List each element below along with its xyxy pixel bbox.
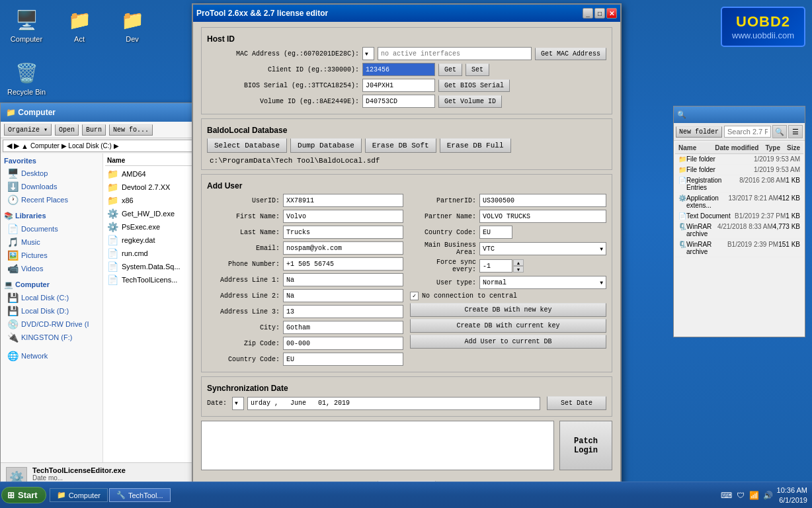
file-amd64[interactable]: 📁 AMD64: [105, 167, 192, 181]
search-row-3[interactable]: 📄Registration Entries8/2016 2:08 AM1 KB: [675, 175, 803, 193]
date-input[interactable]: [247, 397, 540, 410]
search-submit-icon[interactable]: 🔍: [772, 125, 787, 138]
addr1-input[interactable]: [283, 273, 403, 286]
search-row-6[interactable]: 🗜️WinRAR archive4/21/2018 8:33 AM4,773 K…: [675, 222, 803, 239]
desktop-icon-computer[interactable]: 🖥️ Computer: [7, 7, 46, 43]
dump-database-button[interactable]: Dump Database: [290, 138, 362, 153]
get-volume-button[interactable]: Get Volume ID: [438, 95, 502, 108]
create-current-key-button[interactable]: Create DB with current key: [410, 319, 606, 333]
sidebar-item-downloads[interactable]: ⬇️ Downloads: [4, 180, 99, 193]
sidebar-item-local-d[interactable]: 💾 Local Disk (D:): [4, 304, 99, 318]
sidebar-item-local-c[interactable]: 💾 Local Disk (C:): [4, 291, 99, 304]
taskbar-item-techtool[interactable]: 🔧 TechTool...: [109, 488, 171, 502]
firstname-label: First Name:: [207, 213, 280, 220]
search-row-4[interactable]: ⚙️Application extens...13/2017 8:21 AM41…: [675, 193, 803, 211]
sidebar-item-recent[interactable]: 🕐 Recent Places: [4, 193, 99, 206]
country-input[interactable]: [283, 353, 403, 366]
sidebar-item-kingston[interactable]: 🔌 KINGSTON (F:): [4, 331, 99, 344]
set-date-button[interactable]: Set Date: [547, 396, 606, 410]
get-bios-button[interactable]: Get BIOS Serial: [438, 79, 510, 92]
countrycode-right-label: Country Code:: [410, 229, 476, 236]
partnername-input[interactable]: [479, 210, 606, 223]
forcesync-up-icon[interactable]: ▲: [513, 259, 524, 266]
sidebar-item-pictures[interactable]: 🖼️ Pictures: [4, 249, 99, 262]
countrycode-right-input[interactable]: [479, 226, 512, 239]
close-button[interactable]: ✕: [606, 8, 617, 19]
file-runcmd[interactable]: 📄 run.cmd: [105, 247, 192, 260]
addr1-row: Address Line 1:: [207, 273, 403, 286]
addr2-input[interactable]: [283, 289, 403, 302]
desktop-icon-dev[interactable]: 📁 Dev: [112, 7, 152, 43]
search-row-7[interactable]: 🗜️WinRAR archiveB1/2019 2:39 PM151 KB: [675, 239, 803, 257]
sidebar-item-videos[interactable]: 📹 Videos: [4, 262, 99, 275]
organize-button[interactable]: Organize ▾: [4, 124, 52, 136]
sidebar-item-music[interactable]: 🎵 Music: [4, 235, 99, 249]
sidebar-item-network[interactable]: 🌐 Network: [4, 349, 99, 362]
search-row-5[interactable]: 📄Text DocumentB1/2019 2:37 PM1 KB: [675, 211, 803, 222]
addr3-input[interactable]: [283, 305, 403, 318]
burn-button[interactable]: Burn: [82, 124, 106, 136]
city-input[interactable]: [283, 321, 403, 334]
firstname-row: First Name:: [207, 210, 403, 223]
date-dropdown[interactable]: ▼: [232, 397, 244, 410]
open-button[interactable]: Open: [55, 124, 79, 136]
erase-soft-button[interactable]: Erase DB Soft: [365, 138, 436, 153]
desktop-icon-act[interactable]: 📁 Act: [60, 7, 99, 43]
patch-login-button[interactable]: PatchLogin: [559, 421, 612, 470]
recycle-bin-icon[interactable]: 🗑️ Recycle Bin: [7, 60, 46, 96]
add-user-button[interactable]: Add User to current DB: [410, 335, 606, 349]
search-row-1[interactable]: 📁File folder1/2019 9:53 AM: [675, 154, 803, 165]
partnerid-input[interactable]: [479, 194, 606, 207]
forcesync-down-icon[interactable]: ▼: [513, 266, 524, 273]
firstname-input[interactable]: [283, 210, 403, 223]
get-client-button[interactable]: Get: [438, 64, 462, 76]
set-client-button[interactable]: Set: [466, 64, 489, 76]
client-input[interactable]: [362, 63, 435, 76]
sync-label: Synchronization Date: [207, 384, 606, 393]
select-database-button[interactable]: Select Database: [207, 138, 287, 153]
file-x86[interactable]: 📁 x86: [105, 194, 192, 207]
sidebar-item-desktop[interactable]: 🖥️ Desktop: [4, 167, 99, 180]
lastname-label: Last Name:: [207, 229, 280, 236]
mainbiz-dropdown[interactable]: VTC ▼: [479, 242, 606, 255]
address-path[interactable]: Computer ▶ Local Disk (C:) ▶: [30, 142, 188, 149]
file-systemdata[interactable]: 📄 System.Data.Sq...: [105, 260, 192, 273]
file-psexec[interactable]: ⚙️ PsExec.exe: [105, 220, 192, 233]
phone-label: Phone Number:: [207, 261, 280, 268]
no-connection-row: ✓ No connection to central: [410, 292, 606, 300]
phone-input[interactable]: [283, 257, 403, 271]
mac-input[interactable]: [378, 47, 532, 60]
search-view-icon[interactable]: ☰: [788, 125, 803, 138]
search-row-2[interactable]: 📁File folder1/2019 9:53 AM: [675, 165, 803, 175]
userid-label: UserID:: [207, 197, 280, 204]
forcesync-input[interactable]: [479, 259, 512, 273]
mac-row: MAC Address (eg.:6070201DE28C): ▼ Get MA…: [207, 47, 606, 60]
search-input[interactable]: [724, 126, 771, 138]
file-techtool[interactable]: 📄 TechToolLicens...: [105, 273, 192, 286]
zip-input[interactable]: [283, 337, 403, 350]
database-section: BaldoLocal Database Select Database Dump…: [201, 118, 612, 170]
sidebar-item-dvd[interactable]: 💿 DVD/CD-RW Drive (I: [4, 318, 99, 331]
bios-input[interactable]: [362, 79, 435, 92]
sidebar-item-documents[interactable]: 📄 Documents: [4, 222, 99, 235]
file-devtool[interactable]: 📁 Devtool 2.7.XX: [105, 181, 192, 194]
start-button[interactable]: ⊞ Start: [1, 487, 46, 503]
erase-full-button[interactable]: Erase DB Full: [440, 138, 511, 153]
get-mac-button[interactable]: Get MAC Address: [535, 48, 606, 60]
taskbar-item-computer[interactable]: 📁 Computer: [50, 488, 108, 502]
no-connection-checkbox[interactable]: ✓: [410, 292, 419, 300]
mac-dropdown[interactable]: ▼: [362, 47, 374, 60]
userid-input[interactable]: [283, 194, 403, 207]
maximize-button[interactable]: □: [594, 8, 605, 19]
create-new-key-button[interactable]: Create DB with new key: [410, 303, 606, 317]
email-input[interactable]: [283, 241, 403, 255]
new-folder-search-btn[interactable]: New folder: [676, 126, 722, 138]
search-title: 🔍: [677, 110, 686, 119]
new-folder-button[interactable]: New fo...: [109, 124, 153, 136]
volume-input[interactable]: [362, 95, 435, 108]
file-regkey[interactable]: 📄 regkey.dat: [105, 233, 192, 247]
usertype-dropdown[interactable]: Normal ▼: [479, 276, 606, 289]
file-gethwid[interactable]: ⚙️ Get_HW_ID.exe: [105, 207, 192, 220]
minimize-button[interactable]: _: [583, 8, 593, 19]
lastname-input[interactable]: [283, 226, 403, 239]
